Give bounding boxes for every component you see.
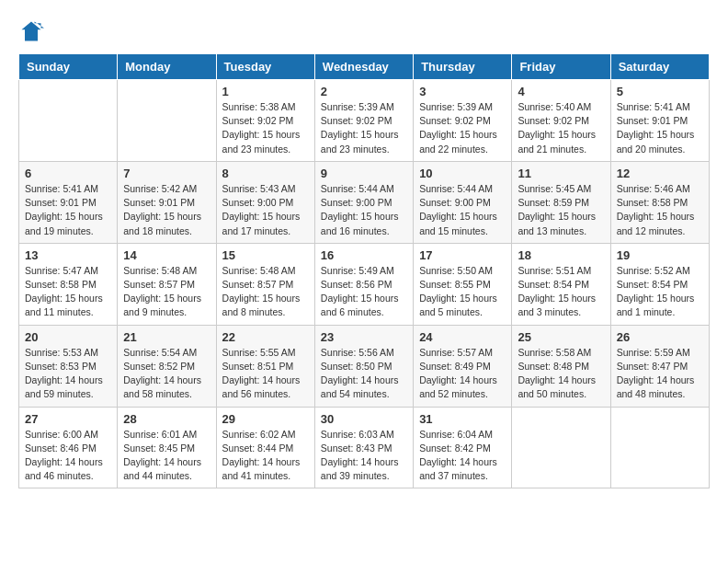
calendar-cell: 8Sunrise: 5:43 AM Sunset: 9:00 PM Daylig… [216,161,314,243]
day-number: 30 [321,412,407,426]
calendar-cell: 7Sunrise: 5:42 AM Sunset: 9:01 PM Daylig… [118,161,216,243]
calendar-cell [118,80,216,162]
day-number: 22 [222,330,309,344]
calendar-cell: 21Sunrise: 5:54 AM Sunset: 8:52 PM Dayli… [118,325,216,407]
day-info: Sunrise: 5:47 AM Sunset: 8:58 PM Dayligh… [25,264,111,320]
calendar-cell: 13Sunrise: 5:47 AM Sunset: 8:58 PM Dayli… [19,243,118,325]
header-thursday: Thursday [414,54,512,80]
calendar-cell: 27Sunrise: 6:00 AM Sunset: 8:46 PM Dayli… [19,407,118,488]
day-number: 11 [518,167,604,180]
day-number: 8 [222,167,309,180]
day-info: Sunrise: 5:39 AM Sunset: 9:02 PM Dayligh… [419,100,506,156]
calendar-cell: 26Sunrise: 5:59 AM Sunset: 8:47 PM Dayli… [610,325,709,407]
calendar-cell: 14Sunrise: 5:48 AM Sunset: 8:57 PM Dayli… [118,243,216,325]
day-info: Sunrise: 5:41 AM Sunset: 9:01 PM Dayligh… [25,182,111,238]
calendar-cell: 16Sunrise: 5:49 AM Sunset: 8:56 PM Dayli… [314,243,413,325]
calendar-cell: 22Sunrise: 5:55 AM Sunset: 8:51 PM Dayli… [216,325,314,407]
calendar-cell: 23Sunrise: 5:56 AM Sunset: 8:50 PM Dayli… [314,325,413,407]
day-info: Sunrise: 5:58 AM Sunset: 8:48 PM Dayligh… [518,346,604,402]
day-number: 24 [419,330,506,344]
day-number: 26 [617,330,703,344]
day-number: 10 [419,167,506,180]
day-number: 18 [518,248,604,262]
page-header [18,18,710,44]
day-info: Sunrise: 6:02 AM Sunset: 8:44 PM Dayligh… [222,428,309,484]
day-info: Sunrise: 5:48 AM Sunset: 8:57 PM Dayligh… [123,264,210,320]
calendar-cell: 19Sunrise: 5:52 AM Sunset: 8:54 PM Dayli… [610,243,709,325]
calendar-cell: 10Sunrise: 5:44 AM Sunset: 9:00 PM Dayli… [414,161,512,243]
day-number: 21 [123,330,210,344]
day-info: Sunrise: 5:40 AM Sunset: 9:02 PM Dayligh… [518,100,604,156]
day-info: Sunrise: 5:48 AM Sunset: 8:57 PM Dayligh… [222,264,309,320]
calendar-cell: 9Sunrise: 5:44 AM Sunset: 9:00 PM Daylig… [314,161,413,243]
day-info: Sunrise: 5:51 AM Sunset: 8:54 PM Dayligh… [518,264,604,320]
day-info: Sunrise: 5:53 AM Sunset: 8:53 PM Dayligh… [25,346,111,402]
day-number: 20 [25,330,111,344]
svg-marker-1 [22,22,41,41]
calendar-cell: 3Sunrise: 5:39 AM Sunset: 9:02 PM Daylig… [414,80,512,162]
logo [18,18,48,44]
day-number: 2 [321,85,407,98]
day-info: Sunrise: 5:49 AM Sunset: 8:56 PM Dayligh… [321,264,407,320]
day-number: 19 [617,248,703,262]
day-info: Sunrise: 5:54 AM Sunset: 8:52 PM Dayligh… [123,346,210,402]
day-info: Sunrise: 5:46 AM Sunset: 8:58 PM Dayligh… [617,182,703,238]
calendar-cell: 1Sunrise: 5:38 AM Sunset: 9:02 PM Daylig… [216,80,314,162]
day-number: 7 [123,167,210,180]
day-info: Sunrise: 5:43 AM Sunset: 9:00 PM Dayligh… [222,182,309,238]
header-sunday: Sunday [19,54,118,80]
header-friday: Friday [512,54,610,80]
day-info: Sunrise: 5:57 AM Sunset: 8:49 PM Dayligh… [419,346,506,402]
day-number: 1 [222,85,309,98]
calendar-cell: 20Sunrise: 5:53 AM Sunset: 8:53 PM Dayli… [19,325,118,407]
day-number: 14 [123,248,210,262]
day-number: 23 [321,330,407,344]
day-info: Sunrise: 5:39 AM Sunset: 9:02 PM Dayligh… [321,100,407,156]
day-info: Sunrise: 5:59 AM Sunset: 8:47 PM Dayligh… [617,346,703,402]
day-info: Sunrise: 5:55 AM Sunset: 8:51 PM Dayligh… [222,346,309,402]
day-number: 29 [222,412,309,426]
day-number: 3 [419,85,506,98]
day-info: Sunrise: 5:42 AM Sunset: 9:01 PM Dayligh… [123,182,210,238]
day-info: Sunrise: 5:50 AM Sunset: 8:55 PM Dayligh… [419,264,506,320]
calendar-cell: 29Sunrise: 6:02 AM Sunset: 8:44 PM Dayli… [216,407,314,488]
calendar-week-4: 27Sunrise: 6:00 AM Sunset: 8:46 PM Dayli… [19,407,710,488]
day-number: 9 [321,167,407,180]
day-info: Sunrise: 5:44 AM Sunset: 9:00 PM Dayligh… [321,182,407,238]
day-number: 27 [25,412,111,426]
calendar-cell: 25Sunrise: 5:58 AM Sunset: 8:48 PM Dayli… [512,325,610,407]
day-number: 12 [617,167,703,180]
day-number: 15 [222,248,309,262]
day-info: Sunrise: 5:41 AM Sunset: 9:01 PM Dayligh… [617,100,703,156]
calendar-cell: 28Sunrise: 6:01 AM Sunset: 8:45 PM Dayli… [118,407,216,488]
day-number: 31 [419,412,506,426]
calendar-week-0: 1Sunrise: 5:38 AM Sunset: 9:02 PM Daylig… [19,80,710,162]
calendar-cell [19,80,118,162]
calendar-cell: 2Sunrise: 5:39 AM Sunset: 9:02 PM Daylig… [314,80,413,162]
calendar-cell [512,407,610,488]
logo-icon [18,18,44,44]
day-number: 25 [518,330,604,344]
day-info: Sunrise: 6:01 AM Sunset: 8:45 PM Dayligh… [123,428,210,484]
day-info: Sunrise: 5:45 AM Sunset: 8:59 PM Dayligh… [518,182,604,238]
day-info: Sunrise: 5:38 AM Sunset: 9:02 PM Dayligh… [222,100,309,156]
calendar-cell: 18Sunrise: 5:51 AM Sunset: 8:54 PM Dayli… [512,243,610,325]
day-info: Sunrise: 5:44 AM Sunset: 9:00 PM Dayligh… [419,182,506,238]
day-number: 6 [25,167,111,180]
calendar-cell: 12Sunrise: 5:46 AM Sunset: 8:58 PM Dayli… [610,161,709,243]
calendar-cell: 11Sunrise: 5:45 AM Sunset: 8:59 PM Dayli… [512,161,610,243]
calendar-cell: 4Sunrise: 5:40 AM Sunset: 9:02 PM Daylig… [512,80,610,162]
calendar-cell: 15Sunrise: 5:48 AM Sunset: 8:57 PM Dayli… [216,243,314,325]
calendar-cell: 6Sunrise: 5:41 AM Sunset: 9:01 PM Daylig… [19,161,118,243]
calendar-cell: 5Sunrise: 5:41 AM Sunset: 9:01 PM Daylig… [610,80,709,162]
day-info: Sunrise: 5:52 AM Sunset: 8:54 PM Dayligh… [617,264,703,320]
day-number: 16 [321,248,407,262]
calendar-header-row: SundayMondayTuesdayWednesdayThursdayFrid… [19,54,710,80]
day-number: 28 [123,412,210,426]
calendar-week-3: 20Sunrise: 5:53 AM Sunset: 8:53 PM Dayli… [19,325,710,407]
calendar-table: SundayMondayTuesdayWednesdayThursdayFrid… [18,53,710,488]
calendar-cell [610,407,709,488]
day-number: 4 [518,85,604,98]
calendar-cell: 31Sunrise: 6:04 AM Sunset: 8:42 PM Dayli… [414,407,512,488]
header-tuesday: Tuesday [216,54,314,80]
